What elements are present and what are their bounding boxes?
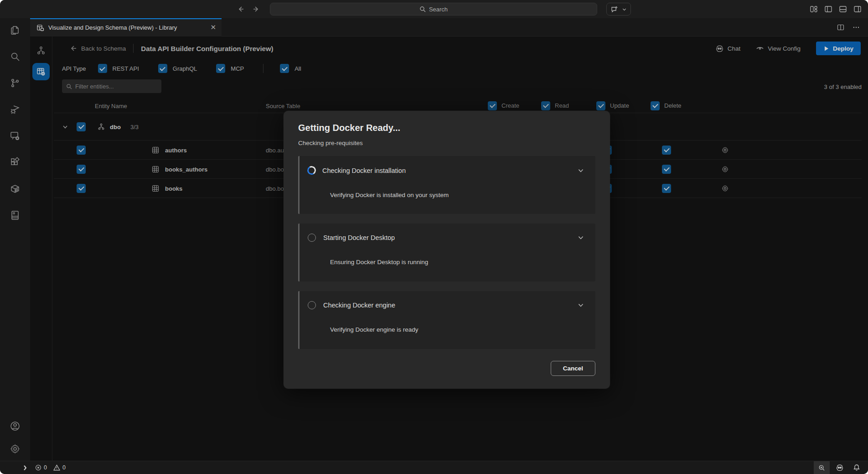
- warning-count: 0: [62, 464, 66, 471]
- chevron-down-icon[interactable]: [577, 234, 584, 241]
- tab-close-icon[interactable]: ✕: [210, 23, 216, 31]
- step-title: Starting Docker Desktop: [323, 234, 395, 241]
- zoom-status-button[interactable]: [814, 461, 830, 474]
- schema-designer-icon: [36, 24, 44, 31]
- more-actions-icon[interactable]: [852, 24, 860, 31]
- remote-indicator[interactable]: [22, 464, 29, 471]
- chevron-down-icon[interactable]: [577, 167, 584, 174]
- copilot-chat-button[interactable]: [606, 3, 631, 16]
- run-debug-icon[interactable]: [10, 104, 21, 115]
- editor-tab-bar: Visualize and Design Schema (Preview) - …: [30, 18, 868, 36]
- vscode-window: Search: [0, 0, 868, 474]
- warning-indicator[interactable]: 0: [53, 464, 66, 471]
- tab-title: Visualize and Design Schema (Preview) - …: [48, 24, 177, 31]
- chevron-down-icon: [622, 7, 627, 12]
- split-editor-icon[interactable]: [837, 24, 844, 31]
- search-icon: [419, 6, 426, 12]
- error-count: 0: [44, 464, 47, 471]
- titlebar: Search: [0, 0, 868, 18]
- pending-circle-icon: [308, 234, 316, 242]
- spinner-icon: [306, 165, 317, 176]
- database-icon[interactable]: [10, 210, 21, 221]
- step-docker-engine: Checking Docker engine Verifying Docker …: [298, 291, 595, 349]
- command-center-search[interactable]: Search: [270, 3, 597, 16]
- chevron-down-icon[interactable]: [577, 302, 584, 309]
- tab-visualize-design-schema[interactable]: Visualize and Design Schema (Preview) - …: [30, 18, 222, 36]
- search-sidebar-icon[interactable]: [10, 51, 21, 62]
- nav-forward-icon[interactable]: [253, 5, 260, 13]
- source-control-icon[interactable]: [10, 78, 21, 89]
- dialog-title: Getting Docker Ready...: [298, 123, 595, 133]
- copilot-status-icon[interactable]: [832, 461, 847, 474]
- containers-icon[interactable]: [10, 183, 21, 194]
- step-description: Ensuring Docker Desktop is running: [330, 259, 584, 266]
- notifications-bell-icon[interactable]: [850, 461, 863, 474]
- warning-icon: [53, 464, 60, 471]
- chat-sparkle-icon: [610, 5, 618, 13]
- error-indicator[interactable]: 0: [35, 464, 47, 471]
- docker-ready-dialog: Getting Docker Ready... Checking pre-req…: [284, 111, 610, 389]
- explorer-icon[interactable]: [10, 25, 21, 36]
- extensions-icon[interactable]: [10, 157, 21, 168]
- search-label: Search: [429, 6, 448, 13]
- error-icon: [35, 464, 41, 471]
- account-icon[interactable]: [10, 421, 21, 432]
- toggle-secondary-sidebar-icon[interactable]: [853, 5, 862, 13]
- step-docker-desktop: Starting Docker Desktop Ensuring Docker …: [298, 224, 595, 281]
- toggle-primary-sidebar-icon[interactable]: [824, 5, 832, 13]
- editor-area: Back to Schema Data API Builder Configur…: [30, 36, 868, 461]
- toggle-panel-icon[interactable]: [839, 5, 847, 13]
- nav-back-icon[interactable]: [237, 5, 244, 13]
- step-description: Verifying Docker engine is ready: [330, 326, 584, 333]
- step-docker-installation: Checking Docker installation Verifying D…: [298, 156, 595, 214]
- status-bar: 0 0: [0, 461, 868, 474]
- cancel-button[interactable]: Cancel: [551, 361, 595, 376]
- step-description: Verifying Docker is installed on your sy…: [330, 192, 584, 198]
- step-title: Checking Docker installation: [322, 167, 406, 174]
- settings-gear-icon[interactable]: [10, 443, 21, 454]
- remote-explorer-icon[interactable]: [10, 130, 21, 141]
- activity-bar: [0, 18, 30, 461]
- customize-layout-icon[interactable]: [810, 5, 818, 13]
- dialog-subtitle: Checking pre-requisites: [298, 140, 595, 146]
- step-title: Checking Docker engine: [323, 302, 395, 309]
- pending-circle-icon: [308, 301, 316, 309]
